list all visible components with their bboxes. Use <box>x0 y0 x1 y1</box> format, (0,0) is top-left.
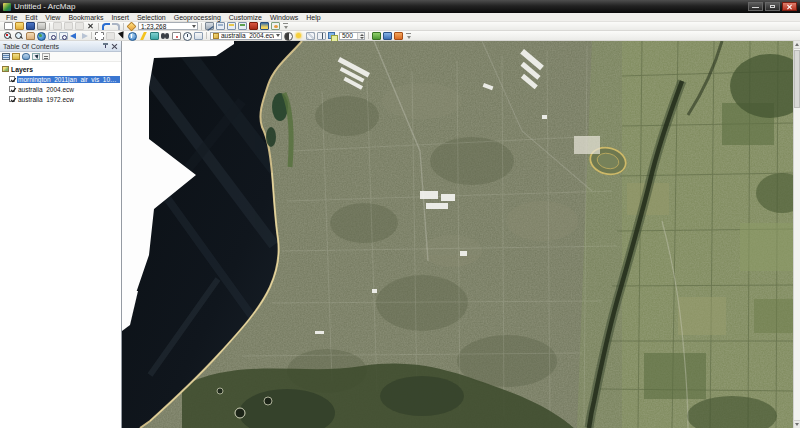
menu-selection[interactable]: Selection <box>133 14 170 21</box>
layer-checkbox[interactable] <box>9 96 15 102</box>
extra-tool-orange-icon[interactable] <box>394 32 403 40</box>
flicker-rate-spinbox[interactable]: 500 <box>339 32 365 40</box>
layer-row[interactable]: australia_2004.ecw <box>2 84 120 94</box>
editor-sketch-icon[interactable] <box>205 22 214 30</box>
toc-options-icon[interactable] <box>42 53 50 60</box>
time-slider-icon[interactable] <box>183 32 192 40</box>
table-of-contents-panel: Table Of Contents Layers morn <box>0 41 122 428</box>
python-window-icon[interactable] <box>260 22 269 30</box>
scroll-up-arrow-icon[interactable] <box>794 41 800 49</box>
menu-geoprocessing[interactable]: Geoprocessing <box>170 14 225 21</box>
full-extent-icon[interactable] <box>37 32 46 40</box>
content-area: Table Of Contents Layers morn <box>0 41 800 428</box>
save-icon[interactable] <box>26 22 35 30</box>
layer-name[interactable]: mornington_2011jan_air_vis_10cm_mga55.ec… <box>17 76 120 83</box>
menu-bookmarks[interactable]: Bookmarks <box>64 14 107 21</box>
close-button[interactable] <box>782 2 797 11</box>
toolbar-overflow-icon[interactable] <box>405 32 412 40</box>
extra-tool-blue-icon[interactable] <box>383 32 392 40</box>
list-by-source-icon[interactable] <box>12 53 20 60</box>
undo-icon[interactable] <box>102 23 110 30</box>
menu-windows[interactable]: Windows <box>266 14 302 21</box>
separator <box>201 23 202 30</box>
paste-icon[interactable] <box>75 22 84 30</box>
go-to-xy-icon[interactable] <box>172 32 181 40</box>
map-scale-combo[interactable]: 1:23,268 <box>138 22 198 30</box>
minimize-button[interactable] <box>748 2 763 11</box>
menu-view[interactable]: View <box>41 14 64 21</box>
spinner-arrows[interactable] <box>357 33 364 39</box>
map-view[interactable] <box>122 41 800 428</box>
arcmap-window: Untitled - ArcMap File Edit View Bookmar… <box>0 0 800 428</box>
arctoolbox-icon[interactable] <box>249 22 258 30</box>
window-title: Untitled - ArcMap <box>14 2 746 11</box>
menu-file[interactable]: File <box>2 14 21 21</box>
scrollbar-thumb[interactable] <box>794 50 800 108</box>
pan-icon[interactable] <box>26 32 35 40</box>
copy-icon[interactable] <box>64 22 73 30</box>
modelbuilder-icon[interactable] <box>271 22 280 30</box>
brightness-icon[interactable] <box>295 32 304 40</box>
layer-checkbox[interactable] <box>9 86 15 92</box>
scroll-down-arrow-icon[interactable] <box>794 420 800 428</box>
measure-icon[interactable] <box>150 32 159 40</box>
layer-checkbox[interactable] <box>9 76 15 82</box>
layer-row[interactable]: mornington_2011jan_air_vis_10cm_mga55.ec… <box>2 74 120 84</box>
menu-edit[interactable]: Edit <box>21 14 41 21</box>
zoom-in-icon[interactable] <box>4 32 13 40</box>
delete-icon[interactable] <box>86 22 95 30</box>
go-back-extent-icon[interactable] <box>70 32 78 40</box>
list-by-drawing-order-icon[interactable] <box>2 53 10 60</box>
separator <box>49 23 50 30</box>
redo-icon[interactable] <box>112 23 120 30</box>
list-by-selection-icon[interactable] <box>32 53 40 60</box>
identify-icon[interactable] <box>128 32 137 40</box>
effects-layer-combo[interactable]: australia_2004.ecw <box>210 32 282 40</box>
separator <box>368 32 369 39</box>
toolbar-overflow-icon[interactable] <box>282 22 289 30</box>
layers-root-label: Layers <box>11 66 33 73</box>
find-icon[interactable] <box>161 32 170 40</box>
menu-customize[interactable]: Customize <box>225 14 266 21</box>
flicker-layer-icon[interactable] <box>328 32 337 40</box>
search-window-icon[interactable] <box>238 22 247 30</box>
select-elements-icon[interactable] <box>117 32 126 40</box>
toc-window-icon[interactable] <box>216 22 225 30</box>
fixed-zoom-out-icon[interactable] <box>59 32 68 40</box>
transparency-icon[interactable] <box>306 32 315 40</box>
menu-insert[interactable]: Insert <box>107 14 133 21</box>
standard-toolbar: 1:23,268 <box>0 22 800 31</box>
swipe-layer-icon[interactable] <box>317 32 326 40</box>
map-scale-value: 1:23,268 <box>141 23 190 30</box>
maximize-button[interactable] <box>765 2 780 11</box>
select-features-icon[interactable] <box>95 32 104 40</box>
clear-selection-icon[interactable] <box>106 32 115 40</box>
close-icon[interactable] <box>111 43 118 50</box>
print-icon[interactable] <box>37 22 46 30</box>
layer-name[interactable]: australia_2004.ecw <box>17 86 75 93</box>
go-forward-extent-icon[interactable] <box>80 32 88 40</box>
layer-name[interactable]: australia_1972.ecw <box>17 96 75 103</box>
title-bar: Untitled - ArcMap <box>0 0 800 13</box>
pin-icon[interactable] <box>102 43 109 50</box>
cut-icon[interactable] <box>53 22 62 30</box>
map-vertical-scrollbar[interactable] <box>793 41 800 428</box>
separator <box>91 32 92 39</box>
open-folder-icon[interactable] <box>15 22 24 30</box>
catalog-window-icon[interactable] <box>227 22 236 30</box>
layers-root-row[interactable]: Layers <box>2 64 120 74</box>
new-document-icon[interactable] <box>4 22 13 30</box>
chevron-down-icon <box>276 34 280 37</box>
layer-icon <box>213 33 219 39</box>
extra-tool-green-icon[interactable] <box>372 32 381 40</box>
layer-row[interactable]: australia_1972.ecw <box>2 94 120 104</box>
add-data-icon[interactable] <box>127 21 137 31</box>
contrast-icon[interactable] <box>284 32 293 40</box>
aerial-imagery <box>122 41 793 428</box>
hyperlink-icon[interactable] <box>139 32 148 40</box>
fixed-zoom-in-icon[interactable] <box>48 32 57 40</box>
menu-help[interactable]: Help <box>302 14 324 21</box>
zoom-out-icon[interactable] <box>15 32 24 40</box>
html-popup-icon[interactable] <box>194 32 203 40</box>
list-by-visibility-icon[interactable] <box>22 53 30 60</box>
